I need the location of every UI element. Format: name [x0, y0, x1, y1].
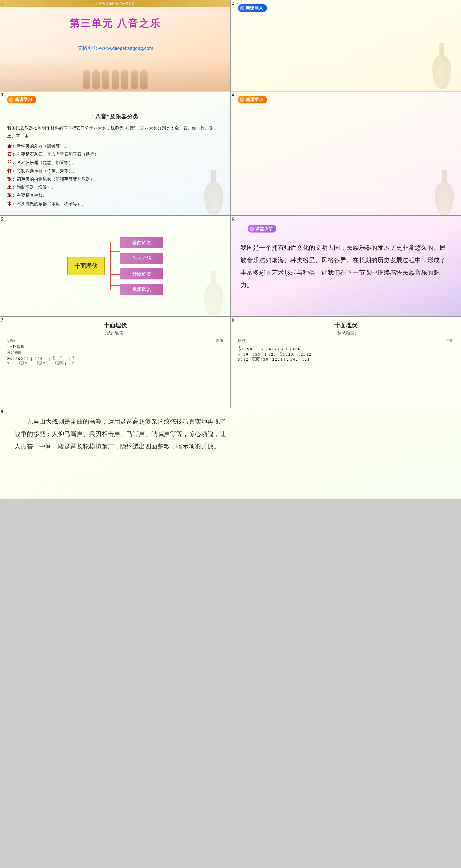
n8b-5: 5 [252, 352, 254, 356]
decorative-figures [0, 69, 230, 89]
note-1-end: 1 [65, 362, 67, 366]
item-val-zhu: 竹制吹奏乐器（竹笛、箫等）。 [17, 167, 77, 175]
instrument-item-shi: 石： 主要是石灰石，其次有青石和玉石（磬等）。 [7, 150, 223, 158]
item-key-zhu: 竹： [7, 167, 16, 175]
note-dash-a: - [10, 362, 11, 366]
cell-number-5: 5 [1, 217, 3, 222]
sheet-left-meta-7: 列管 [7, 338, 15, 343]
pipa-body-3 [204, 182, 223, 215]
n8c-5: 5 [238, 358, 240, 362]
n8b-323b: 1 3 2 3. [283, 352, 294, 356]
n8b-1ov: 1 [280, 352, 282, 356]
cell-7: 7 十面埋伏 （琵琶独奏） 列管 古曲 1＝D 散板 慢起稍快 2/4 2 2 … [0, 317, 230, 408]
item-key-ge: 革： [7, 191, 16, 199]
n8-56: 5 6 [296, 347, 300, 351]
item-val-si: 各种弦乐器（琵琶、胡琴等）。 [17, 159, 77, 166]
mind-branches: 全曲欣赏 乐器介绍 分段欣赏 视频欣赏 [120, 237, 163, 295]
cell-1: 1 大音教育课件标准完整套件 第三单元 八音之乐 道格办公-www.daogeb… [0, 0, 230, 91]
sheet-subtitle-7: （琵琶独奏） [7, 330, 223, 336]
cell-5: 5 十面埋伏 全曲欣赏 乐器介绍 分段欣赏 视频欣赏 [0, 216, 230, 316]
sheet-title-8: 十面埋伏 [238, 321, 454, 329]
branch-item-3[interactable]: 视频欣赏 [120, 284, 163, 295]
n8b-456: 4 5 6 [241, 352, 248, 356]
n8c-612: 6 1 2 [241, 358, 248, 362]
item-key-jin: 金： [7, 142, 16, 150]
pipa-body-4 [435, 182, 454, 215]
cell-number-7: 7 [1, 318, 3, 323]
n8b-sep2: | [262, 352, 262, 356]
cell3-content: "八音"及乐器分类 我国民族乐器按照制作材料的不同把它们分为八大类，统称为"八音… [0, 108, 230, 211]
item-val-jin: 青铜类的乐器（编钟等）。 [17, 142, 68, 150]
badge-label-2: 新课导入 [246, 5, 263, 11]
n8-2: 2 [245, 347, 246, 351]
n8c-sep2: | [270, 358, 270, 362]
note-7-4: 7 [72, 362, 74, 366]
cell-number-9: 9 [1, 409, 3, 414]
note-dash3: - [63, 357, 64, 361]
badge-label-4: 新课学习 [246, 97, 263, 102]
pipa-decoration-4 [430, 170, 459, 213]
sheet-meta-7: 列管 古曲 [7, 338, 223, 343]
cell-number-2: 2 [232, 1, 234, 6]
cell-4: 4 新课学习 [231, 91, 461, 215]
unit-title: 第三单元 八音之乐 [5, 17, 225, 30]
n8b-1dot: 1̣. [264, 352, 268, 356]
n8-1: 1 [242, 347, 244, 351]
branch-item-2[interactable]: 分段欣赏 [120, 268, 163, 279]
note-dash1: - [56, 357, 57, 361]
note-sep-c: | [16, 362, 17, 366]
instrument-item-jin: 金： 青铜类的乐器（编钟等）。 [7, 142, 223, 150]
note-sep2: | [49, 357, 50, 361]
instrument-item-ge: 革： 主要是各种鼓。 [7, 191, 223, 199]
n8b-sep1: | [250, 352, 250, 356]
notation-line-8-2: 5 6 1 2 | 6165 4 5 6 | 2 2 2 1 | 2. 5 4 … [238, 358, 454, 362]
n8c-sep1: | [250, 358, 250, 362]
n8c-121: 1 2 1 [302, 358, 309, 362]
instrument-item-mu: 木： 木头制做的乐器（木鱼、梆子等）。 [7, 200, 223, 208]
sheet-title-7: 十面埋伏 [7, 321, 223, 329]
branch-item-1[interactable]: 乐器介绍 [120, 253, 163, 264]
n8-8: 8.. [250, 347, 254, 351]
sheet-left-meta-8: 吹打 [238, 338, 246, 343]
n8-sep4: | [290, 347, 291, 351]
note-dash4: - [65, 357, 66, 361]
note-dash-d: - [28, 362, 29, 366]
cell-number-4: 4 [232, 92, 234, 97]
note-9: 2 [40, 357, 42, 361]
sheet-right-meta-8: 古曲 [446, 338, 454, 343]
cell-9: 9 九里山大战则是全曲的高潮，运用琵琶高超复杂的绞弦技巧真实地再现了战争的惨烈：… [0, 408, 461, 499]
note-5: 2 [24, 357, 26, 361]
note-545-2: 545 [37, 362, 42, 366]
pipa-decoration-5 [199, 271, 228, 314]
figure-1 [83, 69, 90, 89]
pipa-neck [439, 43, 444, 55]
mind-horizontal-lines [111, 246, 120, 286]
tempo-mark-7: 慢起稍快 [7, 350, 223, 355]
cell-number-6: 6 [232, 217, 234, 222]
note-7-2: 7 [25, 362, 27, 366]
notation-line-8-1: 4 4 5 6 | 5 5 6 | 1̣. 3 2 3 | 1 1 3 2 3.… [238, 352, 454, 356]
branch-item-0[interactable]: 全曲欣赏 [120, 237, 163, 248]
section-badge-3: 新课学习 [7, 96, 36, 103]
n8-4: 4 [275, 347, 277, 351]
n8c-2542: 2. 5 4 2 [287, 358, 298, 362]
badge-dot-4 [240, 97, 244, 102]
item-val-ge: 主要是各种鼓。 [17, 191, 47, 199]
n8c-sep3: | [284, 358, 285, 362]
figure-5 [121, 69, 128, 89]
item-val-shi: 主要是石灰石，其次有青石和玉石（磬等）。 [17, 150, 103, 158]
n8-5: 5.. [261, 347, 265, 351]
item-key-si: 丝： [7, 159, 16, 166]
sheet-meta-8: 吹打 古曲 [238, 338, 454, 343]
instrument-item-tu: 土： 陶制乐器（埙等）。 [7, 183, 223, 191]
badge-dot-3 [9, 97, 13, 102]
note-6: 2 [27, 357, 29, 361]
pipa-neck-4 [442, 170, 447, 182]
note-frac: 2/4 [7, 357, 12, 361]
note-7-3: 7 [43, 362, 45, 366]
main-grid: 1 大音教育课件标准完整套件 第三单元 八音之乐 道格办公-www.daogeb… [0, 0, 461, 499]
section-badge-4: 新课学习 [238, 96, 267, 103]
mind-center-label: 十面埋伏 [67, 257, 105, 275]
item-key-pao: 匏： [7, 175, 16, 183]
badge-dot-2 [240, 6, 244, 10]
